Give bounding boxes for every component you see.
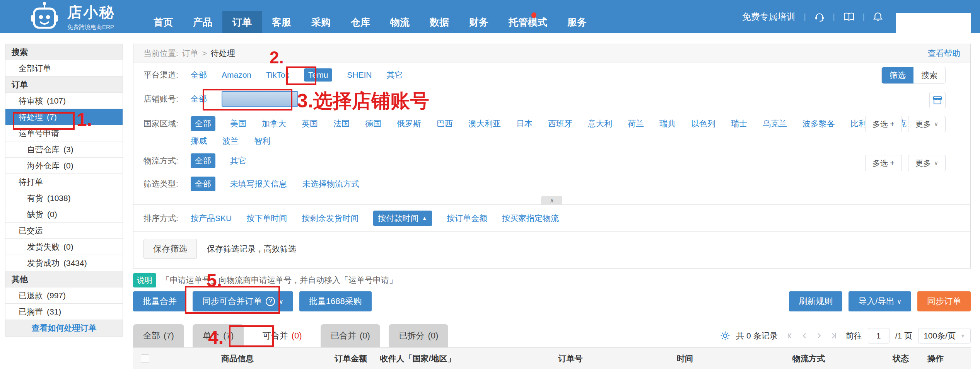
- sidebar-item-pending-review[interactable]: 待审核(107): [5, 93, 123, 109]
- page-number-input[interactable]: 1: [868, 328, 890, 343]
- app-logo[interactable]: 店小秘 免费跨境电商ERP: [0, 0, 133, 33]
- sidebar-item-in-stock[interactable]: 有货(1038): [5, 190, 123, 206]
- sort-by-order-amount[interactable]: 按订单金额: [447, 213, 487, 224]
- collapse-filters-button[interactable]: ∧: [541, 196, 562, 205]
- sort-by-buyer-logistics[interactable]: 按买家指定物流: [502, 213, 559, 224]
- nav-warehouse[interactable]: 仓库: [341, 11, 380, 33]
- logistics-all-selected[interactable]: 全部: [191, 153, 215, 168]
- sync-mergeable-orders-button[interactable]: 同步可合并订单 ? ∨: [193, 291, 293, 311]
- tab-split[interactable]: 已拆分(0): [389, 324, 448, 347]
- sidebar-item-tracking-number-request[interactable]: 运单号申请: [5, 125, 123, 141]
- country-switzerland[interactable]: 瑞士: [731, 118, 747, 129]
- nav-orders[interactable]: 订单: [222, 11, 262, 33]
- platform-other[interactable]: 其它: [387, 70, 403, 80]
- manual-book-icon[interactable]: [843, 12, 854, 21]
- headset-support-icon[interactable]: [814, 11, 825, 22]
- store-account-chip-blurred[interactable]: [222, 91, 298, 107]
- nav-managed-mode[interactable]: 托管模式: [499, 11, 557, 33]
- store-all[interactable]: 全部: [191, 94, 207, 104]
- toggle-filter-button[interactable]: 筛选: [882, 67, 913, 83]
- nav-customer-service[interactable]: 客服: [262, 11, 301, 33]
- country-japan[interactable]: 日本: [516, 118, 533, 129]
- country-puerto-rico[interactable]: 波多黎各: [802, 118, 835, 129]
- sidebar-item-shipped[interactable]: 已交运: [5, 223, 123, 239]
- user-account-area[interactable]: [896, 13, 971, 33]
- logistics-multi-select-button[interactable]: 多选 +: [865, 155, 902, 171]
- refresh-rules-button[interactable]: 刷新规则: [789, 291, 842, 311]
- store-view-button[interactable]: [929, 92, 946, 108]
- import-export-button[interactable]: 导入/导出 ∨: [849, 291, 911, 311]
- country-more-button[interactable]: 更多 ∨: [908, 116, 946, 132]
- filter-type-all-selected[interactable]: 全部: [191, 177, 215, 191]
- sort-by-payment-time-selected[interactable]: 按付款时间 ▲: [373, 211, 432, 226]
- country-sweden[interactable]: 瑞典: [659, 118, 676, 129]
- nav-services[interactable]: 服务: [557, 11, 597, 33]
- country-israel[interactable]: 以色列: [691, 118, 715, 129]
- country-russia[interactable]: 俄罗斯: [397, 118, 421, 129]
- sidebar-item-refunded[interactable]: 已退款(997): [5, 287, 123, 304]
- page-size-select[interactable]: 100条/页 ▼: [918, 328, 971, 343]
- sidebar-item-all-orders[interactable]: 全部订单: [5, 60, 123, 77]
- save-filter-button[interactable]: 保存筛选: [143, 239, 197, 259]
- batch-1688-purchase-button[interactable]: 批量1688采购: [299, 291, 372, 311]
- sidebar-how-to-link[interactable]: 查看如何处理订单: [5, 320, 123, 336]
- platform-temu-selected[interactable]: Temu: [304, 68, 332, 82]
- nav-home[interactable]: 首页: [143, 11, 183, 33]
- nav-finance[interactable]: 财务: [459, 11, 499, 33]
- country-chile[interactable]: 智利: [254, 136, 270, 146]
- last-page-icon[interactable]: [830, 332, 838, 340]
- country-multi-select-button[interactable]: 多选 +: [865, 116, 902, 132]
- tab-merged[interactable]: 已合并(0): [321, 324, 380, 347]
- nav-purchasing[interactable]: 采购: [301, 11, 341, 33]
- sync-orders-button[interactable]: 同步订单: [917, 291, 971, 311]
- nav-logistics[interactable]: 物流: [380, 11, 420, 33]
- tab-mergeable[interactable]: 可合并(0): [253, 324, 312, 347]
- sidebar-item-overseas-warehouse[interactable]: 海外仓库(0): [5, 158, 123, 174]
- filter-type-no-customs[interactable]: 未填写报关信息: [230, 179, 287, 189]
- table-settings-gear-icon[interactable]: [720, 331, 730, 341]
- view-help-link[interactable]: 查看帮助: [928, 48, 960, 59]
- breadcrumb-parent[interactable]: 订单: [182, 48, 198, 59]
- country-poland[interactable]: 波兰: [222, 136, 239, 146]
- next-page-icon[interactable]: [815, 332, 823, 340]
- first-page-icon[interactable]: [786, 332, 794, 340]
- country-australia[interactable]: 澳大利亚: [468, 118, 501, 129]
- country-canada[interactable]: 加拿大: [262, 118, 286, 129]
- country-all-selected[interactable]: 全部: [191, 116, 215, 131]
- sidebar-item-ship-failed[interactable]: 发货失败(0): [5, 239, 123, 255]
- country-germany[interactable]: 德国: [365, 118, 381, 129]
- sort-by-order-time[interactable]: 按下单时间: [246, 213, 287, 224]
- logistics-other[interactable]: 其它: [230, 155, 246, 166]
- platform-tiktok[interactable]: TikTok: [266, 70, 289, 80]
- sort-by-sku[interactable]: 按产品SKU: [191, 213, 232, 224]
- filter-type-no-logistics[interactable]: 未选择物流方式: [302, 179, 359, 189]
- country-brazil[interactable]: 巴西: [437, 118, 453, 129]
- nav-products[interactable]: 产品: [183, 11, 222, 33]
- sidebar-item-ship-success[interactable]: 发货成功(3434): [5, 255, 123, 271]
- tab-all[interactable]: 全部(7): [133, 324, 184, 347]
- country-spain[interactable]: 西班牙: [548, 118, 572, 129]
- toggle-search-button[interactable]: 搜索: [913, 67, 945, 83]
- sidebar-item-pending-process[interactable]: 待处理(7): [5, 109, 123, 125]
- batch-merge-button[interactable]: 批量合并: [133, 291, 186, 311]
- country-norway[interactable]: 挪威: [191, 136, 207, 146]
- country-italy[interactable]: 意大利: [588, 118, 612, 129]
- nav-data[interactable]: 数据: [420, 11, 459, 33]
- prev-page-icon[interactable]: [801, 332, 808, 340]
- sidebar-item-out-of-stock[interactable]: 缺货(0): [5, 206, 123, 223]
- country-us[interactable]: 美国: [230, 118, 246, 129]
- tab-single[interactable]: 单个(7): [193, 324, 244, 347]
- free-training-link[interactable]: 免费专属培训: [742, 11, 795, 23]
- country-uk[interactable]: 英国: [302, 118, 318, 129]
- platform-amazon[interactable]: Amazon: [222, 70, 251, 80]
- sort-by-remaining-ship-time[interactable]: 按剩余发货时间: [302, 213, 359, 224]
- sidebar-item-on-hold[interactable]: 已搁置(31): [5, 304, 123, 320]
- country-netherlands[interactable]: 荷兰: [628, 118, 644, 129]
- select-all-checkbox[interactable]: [141, 354, 149, 363]
- country-france[interactable]: 法国: [333, 118, 350, 129]
- logistics-more-button[interactable]: 更多 ∨: [908, 155, 946, 171]
- platform-shein[interactable]: SHEIN: [347, 70, 372, 80]
- platform-all[interactable]: 全部: [191, 70, 207, 80]
- sidebar-item-to-print[interactable]: 待打单: [5, 174, 123, 190]
- sidebar-item-own-warehouse[interactable]: 自营仓库(3): [5, 141, 123, 158]
